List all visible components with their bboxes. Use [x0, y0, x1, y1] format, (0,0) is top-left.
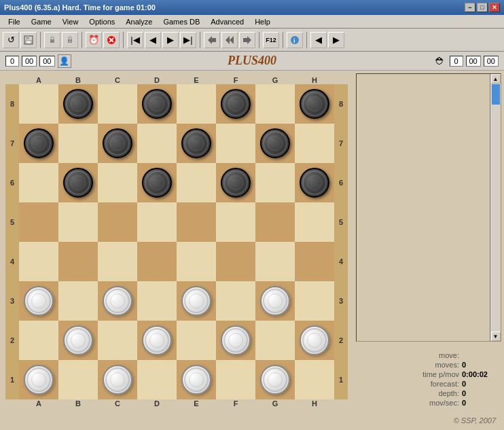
analysis-scrollbar[interactable]: ▲ ▼ — [490, 74, 501, 341]
cell-A1[interactable] — [19, 360, 58, 399]
tb-lock2-button[interactable] — [62, 32, 78, 48]
cell-B1[interactable] — [58, 360, 98, 399]
cell-D6[interactable] — [137, 163, 177, 202]
cell-A2[interactable] — [19, 321, 58, 360]
cell-H7[interactable] — [295, 124, 334, 163]
cell-A8[interactable] — [19, 84, 58, 124]
cell-B2[interactable] — [58, 321, 98, 360]
menu-games-db[interactable]: Games DB — [158, 16, 205, 27]
tb-stop-button[interactable] — [103, 32, 120, 48]
menu-view[interactable]: View — [57, 16, 84, 27]
cell-D3[interactable] — [137, 281, 177, 321]
cell-E2[interactable] — [177, 321, 216, 360]
menu-analyze[interactable]: Analyze — [120, 16, 158, 27]
cell-C1[interactable] — [98, 360, 137, 399]
cell-H5[interactable] — [295, 202, 334, 242]
svg-rect-10 — [212, 38, 216, 42]
cell-F7[interactable] — [216, 124, 255, 163]
cell-C6[interactable] — [98, 163, 137, 202]
cell-E1[interactable] — [177, 360, 216, 399]
cell-E7[interactable] — [177, 124, 216, 163]
cell-G2[interactable] — [255, 321, 295, 360]
cell-G5[interactable] — [255, 202, 295, 242]
cell-F6[interactable] — [216, 163, 255, 202]
tb-last-button[interactable]: ▶| — [180, 32, 196, 48]
cell-D4[interactable] — [137, 242, 177, 281]
cell-H8[interactable] — [295, 84, 334, 124]
cell-C2[interactable] — [98, 321, 137, 360]
cell-E6[interactable] — [177, 163, 216, 202]
cell-F3[interactable] — [216, 281, 255, 321]
cell-G8[interactable] — [255, 84, 295, 124]
maximize-button[interactable]: □ — [477, 3, 488, 12]
cell-C3[interactable] — [98, 281, 137, 321]
scroll-down-button[interactable]: ▼ — [491, 332, 501, 341]
menu-options[interactable]: Options — [84, 16, 120, 27]
menu-advanced[interactable]: Advanced — [205, 16, 249, 27]
tb-back-button[interactable]: ◀ — [310, 32, 327, 48]
cell-B4[interactable] — [58, 242, 98, 281]
cell-F4[interactable] — [216, 242, 255, 281]
tb-first-button[interactable]: |◀ — [127, 32, 143, 48]
tb-f12-button[interactable]: F12 — [263, 32, 279, 48]
tb-save-button[interactable] — [20, 32, 37, 48]
analysis-area[interactable]: ▲ ▼ — [356, 73, 501, 342]
cell-E4[interactable] — [177, 242, 216, 281]
menu-file[interactable]: File — [3, 16, 26, 27]
cell-G6[interactable] — [255, 163, 295, 202]
cell-H1[interactable] — [295, 360, 334, 399]
tb-undo-button[interactable] — [204, 32, 220, 48]
cell-F2[interactable] — [216, 321, 255, 360]
cell-C8[interactable] — [98, 84, 137, 124]
cell-A4[interactable] — [19, 242, 58, 281]
menu-game[interactable]: Game — [26, 16, 57, 27]
cell-A7[interactable] — [19, 124, 58, 163]
cell-D5[interactable] — [137, 202, 177, 242]
cell-D2[interactable] — [137, 321, 177, 360]
tb-new-button[interactable]: ↺ — [3, 32, 19, 48]
cell-D7[interactable] — [137, 124, 177, 163]
tb-info-button[interactable]: i — [287, 32, 303, 48]
cell-D1[interactable] — [137, 360, 177, 399]
cell-F8[interactable] — [216, 84, 255, 124]
tb-redo-button[interactable] — [239, 32, 255, 48]
cell-B6[interactable] — [58, 163, 98, 202]
cell-H2[interactable] — [295, 321, 334, 360]
cell-C7[interactable] — [98, 124, 137, 163]
cell-E8[interactable] — [177, 84, 216, 124]
tb-forward-button[interactable]: ▶ — [328, 32, 344, 48]
cell-C4[interactable] — [98, 242, 137, 281]
cell-E5[interactable] — [177, 202, 216, 242]
cell-H4[interactable] — [295, 242, 334, 281]
menu-help[interactable]: Help — [249, 16, 276, 27]
cell-F1[interactable] — [216, 360, 255, 399]
cell-B8[interactable] — [58, 84, 98, 124]
cell-A6[interactable] — [19, 163, 58, 202]
tb-clock-button[interactable]: ⏰ — [86, 32, 102, 48]
scroll-thumb[interactable] — [492, 84, 500, 105]
tb-undo2-button[interactable] — [221, 32, 238, 48]
cell-G4[interactable] — [255, 242, 295, 281]
board-row-3: 3 3 — [5, 281, 348, 321]
cell-H3[interactable] — [295, 281, 334, 321]
cell-E3[interactable] — [177, 281, 216, 321]
cell-B7[interactable] — [58, 124, 98, 163]
cell-B3[interactable] — [58, 281, 98, 321]
tb-next-button[interactable]: ▶ — [162, 32, 179, 48]
cell-G3[interactable] — [255, 281, 295, 321]
scroll-up-button[interactable]: ▲ — [491, 74, 501, 84]
cell-D8[interactable] — [137, 84, 177, 124]
white-piece-G3 — [260, 286, 290, 316]
tb-lock1-button[interactable] — [44, 32, 60, 48]
cell-A3[interactable] — [19, 281, 58, 321]
cell-A5[interactable] — [19, 202, 58, 242]
close-button[interactable]: ✕ — [489, 3, 500, 12]
cell-B5[interactable] — [58, 202, 98, 242]
cell-F5[interactable] — [216, 202, 255, 242]
tb-prev-button[interactable]: ◀ — [145, 32, 161, 48]
cell-H6[interactable] — [295, 163, 334, 202]
cell-G1[interactable] — [255, 360, 295, 399]
minimize-button[interactable]: − — [465, 3, 475, 12]
cell-G7[interactable] — [255, 124, 295, 163]
cell-C5[interactable] — [98, 202, 137, 242]
